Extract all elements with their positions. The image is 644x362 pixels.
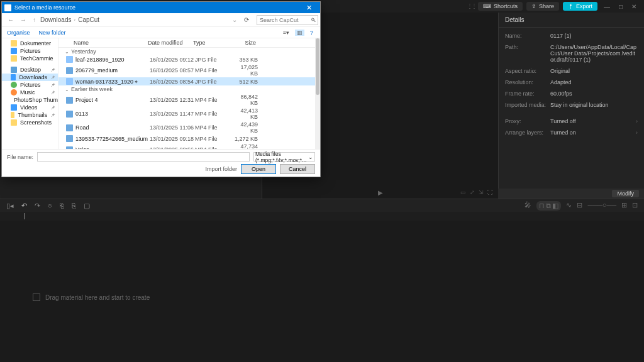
split-icon[interactable]: ⎏	[48, 202, 52, 209]
zoom-out-icon[interactable]: ⊟	[577, 201, 582, 211]
dialog-close-icon[interactable]: ✕	[300, 4, 318, 12]
search-input[interactable]	[257, 15, 318, 25]
sidebar-item-desktop[interactable]: Desktop📌︎	[2, 66, 58, 74]
export-button[interactable]: ⭱Export	[563, 2, 597, 11]
sidebar-item-pictures2[interactable]: Pictures📌︎	[2, 81, 58, 89]
dialog-app-icon	[4, 4, 11, 11]
share-button[interactable]: ⇪Share	[526, 2, 559, 11]
scrollbar[interactable]	[315, 38, 320, 149]
scrollbar-thumb[interactable]	[316, 38, 319, 95]
group-yesterday[interactable]: ⌄Yesterday	[58, 48, 320, 55]
filename-input[interactable]	[37, 152, 250, 162]
video-file-icon	[66, 67, 73, 74]
pin-icon[interactable]: 📌︎	[50, 67, 55, 73]
new-folder-button[interactable]: New folder	[39, 30, 66, 36]
organise-button[interactable]: Organise	[7, 30, 30, 36]
delete-icon[interactable]: ▢	[84, 202, 90, 210]
preview-fullscreen-icon[interactable]: ⛶	[487, 189, 493, 195]
downloads-icon	[11, 74, 16, 80]
nav-up-icon[interactable]: ↑	[31, 16, 38, 23]
preview-snap-icon[interactable]: ◧	[552, 202, 558, 210]
preview-scale-icon[interactable]: ⤢	[470, 189, 475, 195]
playhead-icon[interactable]	[24, 213, 25, 219]
timeline-placeholder-text: Drag material here and start to create	[45, 294, 150, 301]
zoom-slider[interactable]: ───○──	[587, 201, 616, 211]
pin-icon[interactable]: 📌︎	[50, 90, 55, 96]
detail-layers-value: Turned on	[550, 129, 576, 136]
crumb-capcut[interactable]: CapCut	[78, 16, 99, 23]
nav-back-icon[interactable]: ←	[6, 16, 16, 23]
sidebar-item-photoshop[interactable]: PhotoShop Thumb...📌︎	[2, 96, 58, 104]
pin-icon[interactable]: 📌︎	[50, 82, 55, 88]
chevron-down-icon: ⌄	[65, 87, 69, 92]
file-row[interactable]: 206779_medium16/01/2025 08:57MP4 File17,…	[58, 63, 320, 77]
sidebar-item-techcammie[interactable]: TechCammie	[2, 55, 58, 62]
refresh-icon[interactable]: ⟳	[242, 16, 252, 23]
sidebar-item-thumbnails[interactable]: Thumbnails📌︎	[2, 111, 58, 119]
dialog-titlebar[interactable]: Select a media resource ✕	[2, 2, 320, 13]
pin-icon[interactable]: 📌︎	[50, 112, 55, 118]
file-row[interactable]: Road13/01/2025 11:06MP4 File42,439 KB	[58, 121, 320, 134]
column-headers[interactable]: Name Date modified Type Size	[58, 38, 320, 48]
zoom-in-icon[interactable]: ⊞	[621, 201, 627, 211]
zoom-fit-icon[interactable]: ⊡	[632, 201, 638, 211]
file-row[interactable]: leaf-2818896_192016/01/2025 09:12JPG Fil…	[58, 55, 320, 63]
detail-name-value: 0117 (1)	[550, 33, 572, 39]
preview-ratio-icon[interactable]: ▭	[460, 189, 466, 195]
delete-right-icon[interactable]: ⎘	[72, 202, 76, 209]
sidebar-item-dokumenter[interactable]: Dokumenter	[2, 40, 58, 47]
col-size[interactable]: Size	[230, 40, 262, 46]
file-row[interactable]: Project 413/01/2025 12:31MP4 File86,842 …	[58, 93, 320, 107]
group-earlier[interactable]: ⌄Earlier this week	[58, 85, 320, 93]
crumb-dropdown-icon[interactable]: ⌄	[230, 16, 239, 23]
file-row[interactable]: 011313/01/2025 11:47MP4 File42,413 KB	[58, 107, 320, 121]
help-icon[interactable]: ?	[308, 30, 315, 36]
redo-icon[interactable]: ↷	[35, 202, 40, 210]
file-row-selected[interactable]: woman-9317323_1920⌖16/01/2025 08:54JPG F…	[58, 77, 320, 85]
sidebar-item-screenshots[interactable]: Screenshots	[2, 119, 58, 126]
play-icon[interactable]: ▶	[378, 189, 383, 196]
modify-bar: Modify	[498, 189, 644, 199]
col-date[interactable]: Date modified	[148, 40, 193, 46]
timeline-ruler[interactable]	[0, 212, 644, 221]
pin-icon[interactable]: 📌︎	[50, 75, 55, 80]
shortcuts-button[interactable]: ⌨Shortcuts	[478, 2, 523, 11]
mic-icon[interactable]: 🎤︎	[525, 201, 531, 211]
timeline-area: ▯◂ ↶ ↷ ⎏ ⎗ ⎘ ▢ 🎤︎ ⊓⧉◧ ∿ ⊟ ───○── ⊞ ⊡ Dra…	[0, 199, 644, 362]
crumb-downloads[interactable]: Downloads	[40, 16, 71, 23]
open-button[interactable]: Open	[241, 164, 276, 174]
shortcuts-label: Shortcuts	[494, 3, 518, 9]
close-icon[interactable]: ✕	[629, 3, 639, 10]
file-row[interactable]: 139533-772542665_medium13/01/2025 09:18M…	[58, 134, 320, 143]
file-row[interactable]: Voice13/01/2025 08:56MP4 File47,734 KB	[58, 143, 320, 149]
preview-playbar: ▶ ▭ ⤢ ⇲ ⛶	[262, 186, 498, 199]
sidebar-item-pictures[interactable]: Pictures	[2, 47, 58, 55]
sidebar-item-downloads[interactable]: Downloads📌︎	[2, 74, 58, 81]
col-type[interactable]: Type	[193, 40, 230, 46]
details-pane-icon[interactable]: ▥	[295, 30, 304, 36]
sidebar-item-videos[interactable]: Videos📌︎	[2, 104, 58, 111]
nav-forward-icon[interactable]: →	[18, 16, 28, 23]
search-icon: 🔍︎	[311, 17, 316, 23]
import-folder-button[interactable]: Import folder	[205, 166, 237, 172]
minimize-icon[interactable]: —	[601, 3, 613, 10]
sidebar-item-music[interactable]: Music📌︎	[2, 89, 58, 96]
timeline-tracks[interactable]: Drag material here and start to create	[0, 221, 644, 346]
breadcrumb[interactable]: Downloads › CapCut	[40, 16, 228, 23]
view-mode-icon[interactable]: ≡▾	[281, 30, 291, 36]
cancel-button[interactable]: Cancel	[280, 164, 315, 174]
preview-collapse-icon[interactable]: ⇲	[479, 189, 484, 195]
track-adjust-icon[interactable]: ∿	[566, 201, 572, 211]
maximize-icon[interactable]: □	[616, 3, 625, 10]
selection-tool-icon[interactable]: ▯◂	[6, 202, 14, 210]
modify-button[interactable]: Modify	[612, 190, 639, 197]
col-name[interactable]: Name	[74, 40, 148, 46]
magnet-icon[interactable]: ⊓	[539, 202, 545, 210]
pin-icon[interactable]: 📌︎	[50, 105, 55, 111]
undo-icon[interactable]: ↶	[21, 202, 27, 210]
menu-grip-icon[interactable]	[467, 3, 474, 10]
file-type-filter[interactable]: Media files (*.mpg;*.f4v;*.mov;*...⌄	[253, 152, 315, 162]
folder-icon	[11, 112, 14, 118]
delete-left-icon[interactable]: ⎗	[60, 202, 64, 209]
link-icon[interactable]: ⧉	[546, 202, 551, 210]
